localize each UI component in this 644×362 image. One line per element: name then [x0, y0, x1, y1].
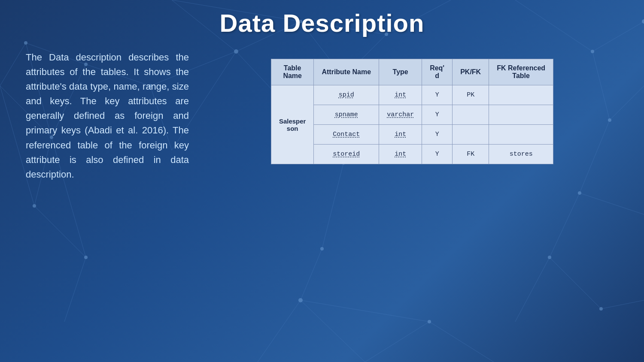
fk-4: FK	[453, 145, 489, 164]
attr-spname: spname	[314, 105, 379, 125]
pk-2	[453, 105, 489, 125]
header-table-name: TableName	[271, 59, 314, 85]
type-int-3: int	[379, 145, 422, 164]
header-fk-ref-table: FK ReferencedTable	[489, 59, 553, 85]
req-y-4: Y	[422, 145, 453, 164]
table-row: Contact int Y	[271, 125, 553, 145]
attr-contact: Contact	[314, 125, 379, 145]
table-section: TableName Attribute Name Type Req'd PK/F…	[206, 50, 618, 164]
req-y-2: Y	[422, 105, 453, 125]
table-name-salesperson: Salesperson	[271, 85, 314, 164]
fk-ref-3	[489, 125, 553, 145]
fk-ref-4: stores	[489, 145, 553, 164]
pk-1: PK	[453, 85, 489, 105]
header-req-d: Req'd	[422, 59, 453, 85]
fk-ref-2	[489, 105, 553, 125]
req-y-3: Y	[422, 125, 453, 145]
data-description-table: TableName Attribute Name Type Req'd PK/F…	[271, 59, 553, 164]
page-title: Data Description	[26, 9, 618, 37]
pk-3	[453, 125, 489, 145]
attr-spid: spid	[314, 85, 379, 105]
main-content: The Data description describes the attri…	[26, 50, 618, 349]
header-type: Type	[379, 59, 422, 85]
attr-storeid: storeid	[314, 145, 379, 164]
table-row: spname varchar Y	[271, 105, 553, 125]
type-int-2: int	[379, 125, 422, 145]
type-int-1: int	[379, 85, 422, 105]
fk-ref-1	[489, 85, 553, 105]
table-row: Salesperson spid int Y PK	[271, 85, 553, 105]
type-varchar: varchar	[379, 105, 422, 125]
description-text: The Data description describes the attri…	[26, 50, 189, 182]
header-pk-fk: PK/FK	[453, 59, 489, 85]
header-attribute-name: Attribute Name	[314, 59, 379, 85]
req-y-1: Y	[422, 85, 453, 105]
table-row: storeid int Y FK stores	[271, 145, 553, 164]
